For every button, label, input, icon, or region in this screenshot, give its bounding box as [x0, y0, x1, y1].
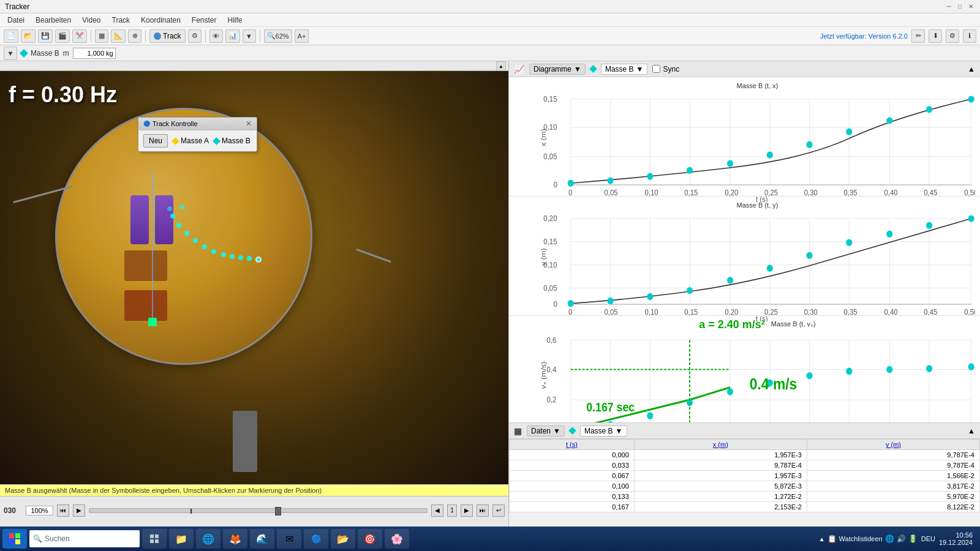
svg-text:0,05: 0,05: [543, 152, 557, 162]
track-icon: [154, 32, 161, 40]
mass-toolbar: ▼ Masse B m: [0, 45, 980, 61]
charts-collapse-btn[interactable]: ▲: [968, 65, 975, 73]
axes-button[interactable]: ⊕: [128, 29, 141, 43]
firefox-button[interactable]: 🦊: [223, 529, 247, 549]
video-scroll-up-btn[interactable]: ▲: [496, 61, 506, 71]
masse-a-item[interactable]: Masse A: [173, 137, 209, 145]
svg-point-86: [846, 239, 852, 246]
taskbar-right: ▲ 📋 Watchlistideen 🌐 🔊 🔋 DEU 10:56 19.12…: [819, 531, 978, 546]
chart-button[interactable]: 📊: [225, 29, 240, 43]
diagramme-button[interactable]: Diagramme ▼: [529, 64, 586, 75]
tracker-taskbar-button[interactable]: 🔵: [304, 529, 328, 549]
volume-icon[interactable]: 🔊: [897, 534, 906, 543]
update-info-icon[interactable]: ℹ: [963, 29, 976, 43]
chart-options-button[interactable]: ▼: [243, 29, 256, 43]
svg-text:0,2: 0,2: [546, 395, 556, 405]
menu-bearbeiten[interactable]: Bearbeiten: [31, 15, 76, 26]
svg-text:0: 0: [554, 181, 558, 190]
files-button[interactable]: 📂: [331, 529, 355, 549]
eye-button[interactable]: 👁: [209, 29, 223, 43]
track-options-button[interactable]: ⚙: [188, 29, 202, 43]
col-t[interactable]: t (s): [510, 440, 635, 450]
open-button[interactable]: 📂: [21, 29, 36, 43]
network-icon[interactable]: 🌐: [885, 534, 894, 543]
seek-bar[interactable]: [89, 508, 428, 513]
update-download-icon[interactable]: ⬇: [929, 29, 942, 43]
svg-point-33: [568, 180, 574, 187]
sys-tray[interactable]: ▲ 📋 Watchlistideen 🌐 🔊 🔋: [819, 534, 918, 543]
masse-b-data-select[interactable]: Masse B ▼: [580, 425, 627, 437]
seek-thumb[interactable]: [275, 507, 281, 515]
data-table-container[interactable]: t (s) x (m) y (m) 0,0001,957E-39,787E-40…: [509, 439, 980, 527]
taskview-button[interactable]: [142, 529, 167, 549]
svg-text:0,40: 0,40: [884, 307, 898, 317]
track-popup-close[interactable]: ✕: [246, 119, 252, 128]
col-y[interactable]: y (m): [807, 440, 979, 450]
save-button[interactable]: 💾: [38, 29, 53, 43]
update-edit-icon[interactable]: ✏: [911, 29, 925, 43]
frame-fwd-button[interactable]: ▶: [461, 504, 473, 517]
table-row: 0,0339,787E-49,787E-4: [510, 460, 980, 471]
mail-button[interactable]: ✉: [277, 529, 301, 549]
step-fwd-button[interactable]: ⏭: [477, 504, 489, 517]
data-collapse-btn[interactable]: ▲: [968, 427, 975, 435]
video-button[interactable]: 🎬: [55, 29, 70, 43]
battery-icon[interactable]: 🔋: [908, 534, 918, 543]
app10-button[interactable]: 🌸: [385, 529, 409, 549]
svg-text:0,35: 0,35: [843, 188, 858, 197]
time-display[interactable]: 10:56 19.12.2024: [939, 531, 973, 546]
new-button[interactable]: 📄: [4, 29, 18, 43]
calibrate-button[interactable]: ▦: [95, 29, 108, 43]
svg-point-80: [607, 298, 613, 304]
daten-button[interactable]: Daten ▼: [527, 425, 565, 437]
menu-hilfe[interactable]: Hilfe: [223, 15, 247, 26]
svg-point-82: [687, 287, 693, 294]
sync-checkbox[interactable]: [652, 65, 660, 73]
menu-datei[interactable]: Datei: [2, 15, 29, 26]
update-config-icon[interactable]: ⚙: [946, 29, 959, 43]
svg-text:0,30: 0,30: [804, 307, 818, 317]
track-label: Track: [163, 32, 181, 40]
track-popup-title[interactable]: 🔵 Track Kontrolle ✕: [138, 118, 257, 130]
explorer-button[interactable]: 📁: [169, 529, 194, 549]
title-bar: Tracker ─ □ ✕: [0, 0, 980, 13]
minimize-button[interactable]: ─: [944, 2, 953, 11]
step-back-button[interactable]: ⏮: [57, 504, 69, 517]
track-button[interactable]: Track: [149, 29, 186, 43]
masse-b-chart-select[interactable]: Masse B ▼: [601, 64, 648, 75]
frame-back-button[interactable]: ◀: [431, 504, 443, 517]
svg-text:0,6: 0,6: [546, 335, 556, 345]
maximize-button[interactable]: □: [956, 2, 964, 11]
play-button[interactable]: ▶: [73, 504, 85, 517]
ruler-button[interactable]: 📐: [111, 29, 126, 43]
col-x[interactable]: x (m): [634, 440, 807, 450]
tray-expand[interactable]: ▲: [819, 536, 825, 542]
status-bar: Masse B ausgewählt (Masse in der Symboll…: [0, 484, 508, 496]
mass-value-input[interactable]: [73, 48, 116, 59]
edge-button[interactable]: 🌊: [250, 529, 274, 549]
data-header: ▦ Daten ▼ Masse B ▼ ▲: [509, 423, 980, 439]
clip-button[interactable]: ✂️: [72, 29, 87, 43]
zoom-display[interactable]: 🔍 62%: [264, 29, 292, 43]
menu-track[interactable]: Track: [107, 15, 135, 26]
close-button[interactable]: ✕: [967, 2, 975, 11]
app9-button[interactable]: 🎯: [358, 529, 382, 549]
zoom-input[interactable]: [26, 506, 53, 515]
video-container[interactable]: f = 0.30 Hz: [0, 71, 508, 484]
start-button[interactable]: [2, 529, 27, 549]
font-btn[interactable]: A+: [295, 29, 309, 43]
watchlist-icon[interactable]: 📋: [827, 534, 837, 543]
neu-track-button[interactable]: Neu: [143, 134, 168, 148]
menu-koordinaten[interactable]: Koordinaten: [136, 15, 186, 26]
loop-button[interactable]: ↩: [492, 504, 505, 517]
svg-text:0,15: 0,15: [543, 238, 557, 247]
search-box[interactable]: 🔍 Suchen: [29, 530, 140, 547]
menu-bar: Datei Bearbeiten Video Track Koordinaten…: [0, 13, 980, 27]
ie-button[interactable]: 🌐: [196, 529, 221, 549]
svg-point-41: [886, 117, 892, 124]
menu-fenster[interactable]: Fenster: [187, 15, 222, 26]
mass-collapse-btn[interactable]: ▼: [4, 47, 17, 60]
sync-checkbox-group[interactable]: Sync: [652, 65, 679, 73]
masse-b-item[interactable]: Masse B: [214, 137, 251, 145]
menu-video[interactable]: Video: [77, 15, 105, 26]
